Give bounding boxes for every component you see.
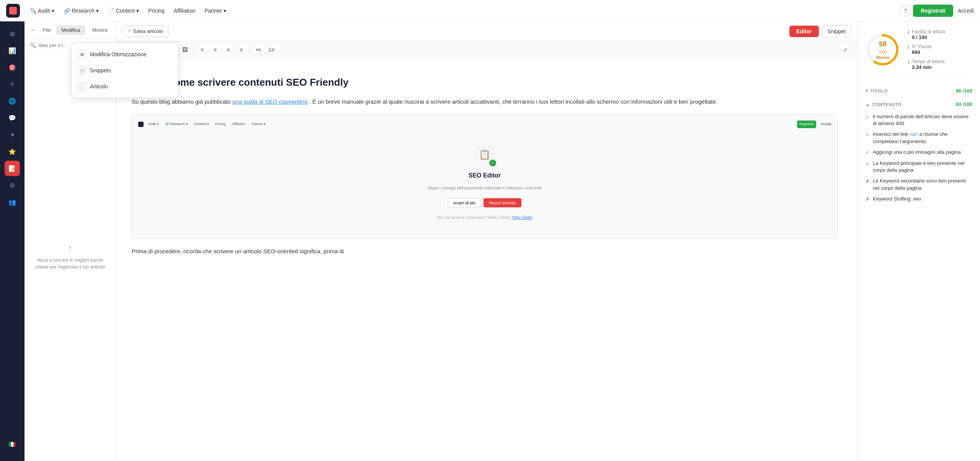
check-fail-icon: ✗ [866,196,870,203]
score-number: 58 /100 [874,40,892,55]
align-right-button[interactable]: ≡ [222,44,234,56]
content-chevron-icon: ▾ [136,8,139,14]
screenshot-embed: Audit ▾ 🔗 Research ▾ Content ▾ Pricing A… [132,114,838,239]
snippet-button[interactable]: Snippet [822,25,851,37]
align-justify-button[interactable]: ≡ [235,44,247,56]
sidebar-icon-flag[interactable]: 🇮🇹 [5,437,20,452]
score-section: 58 /100 Buona ℹ Facilità di lettura 0 / … [866,29,972,78]
editor-area: ↑ Salva articolo Editor Snippet B I S 🔗 … [116,21,858,461]
mini-nav-content: Content ▾ [193,121,211,128]
back-button[interactable]: ← [29,24,38,35]
content-icon: 📄 [108,8,114,14]
seo-help-text: Non sai da dove cominciare? Visita il no… [437,214,532,221]
partner-chevron-icon: ▾ [224,8,226,14]
nav-audit[interactable]: 🔍 Audit ▾ [26,5,58,16]
contenuto-score: 83 /100 [956,101,972,107]
facilita-item: ℹ Facilità di lettura 0 / 100 [908,29,972,40]
titolo-chevron-icon: ▾ [866,88,868,93]
mostra-button[interactable]: Mostra [88,25,111,35]
article-breadcrumb: Il tuo articolo [132,68,838,73]
sidebar-icon-star2[interactable]: ✦ [5,127,20,142]
nav-pricing[interactable]: Pricing [144,5,168,16]
seo-new-article-button[interactable]: Nuovo articolo [483,198,521,207]
upload-icon: ↑ [68,243,73,254]
mini-nav-research: 🔗 Research ▾ [163,121,189,128]
sidebar-icon-chart[interactable]: 📊 [5,43,20,58]
sidebar-icon-globe[interactable]: 🌐 [5,93,20,109]
mini-login: Accedi [821,121,831,127]
dropdown-item-ottimizzazione[interactable]: ⊞ Modifica Ottimizzazione [72,46,178,62]
body-end: . È un breve manuale grazie al quale riu… [309,98,717,105]
help-button[interactable]: ? [899,5,911,17]
sidebar-icon-star[interactable]: ⭐ [5,144,20,159]
save-button[interactable]: ↑ Salva articolo [122,25,169,37]
sidebar-icon-chat[interactable]: 💬 [5,110,20,125]
check-text: Le Keyword secondarie sono ben presenti … [873,178,972,191]
align-center-button[interactable]: ≡ [209,44,221,56]
separator3 [250,46,250,54]
score-num: 58 [879,40,887,47]
nav-content[interactable]: 📄 Content ▾ [104,5,143,16]
seo-help-link[interactable]: Help Center [512,215,532,220]
modifica-button[interactable]: Modifica [56,25,85,35]
left-panel-toolbar: ← File Modifica Mostra [24,21,116,39]
checklist: ✓Il numero di parole dell'articolo deve … [866,111,972,205]
titolo-score: 96 /100 [956,88,972,94]
contenuto-label: CONTENUTO [872,102,902,107]
check-text: Keyword Stuffing: seo [873,195,921,202]
sidebar-icons: ⊞ 📊 🎯 ≡ 🌐 💬 ✦ ⭐ 📝 ⚙ 👥 🇮🇹 [0,21,24,461]
file-button[interactable]: File [41,26,53,34]
sidebar-icon-list[interactable]: ≡ [5,77,20,92]
logo[interactable] [6,4,20,18]
dropdown-item3-label: Articolo [90,83,108,90]
dropdown-item-snippets[interactable]: ◻ Snippets [72,62,178,78]
nav-audit-label: Audit [38,8,50,14]
ul-button[interactable]: •≡ [252,44,265,56]
titolo-label: TITOLO [871,89,888,93]
expand-button[interactable]: ⤢ [839,44,851,56]
check-item: ✗Le Keyword secondarie sono ben presenti… [866,178,972,191]
check-text: Il numero di parole dell'articolo deve e… [873,113,972,127]
align-left-button[interactable]: ≡ [196,44,208,56]
dropdown-menu: ⊞ Modifica Ottimizzazione ◻ Snippets 📄 A… [71,43,178,98]
login-button[interactable]: Accedi [958,8,974,14]
contenuto-section-header[interactable]: ▲ CONTENUTO 83 /100 [866,98,972,111]
sidebar-icon-users[interactable]: 👥 [5,194,20,210]
mini-nav-affiliation: Affiliation [230,121,247,128]
mini-nav-pricing: Pricing [214,121,227,128]
seo-icon: 📋 ✓ [473,143,496,166]
register-button[interactable]: Registrati [913,5,953,17]
sidebar-icon-settings[interactable]: ⚙ [5,178,20,193]
nav-affiliation-label: Affiliation [174,8,196,14]
sidebar-icon-editor[interactable]: 📝 [5,161,20,176]
article-title[interactable]: iented: Come scrivere contenuti SEO Frie… [132,76,838,89]
tempo-item: ℹ Tempo di lettura 2.34 min [908,59,972,70]
sidebar-icon-dashboard[interactable]: ⊞ [5,26,20,41]
nav-partner[interactable]: Partner ▾ [201,5,230,16]
article-paragraph2: Prima di procedere, ricorda che scrivere… [132,246,838,256]
parole-label: N° Parole [912,44,932,49]
seo-editor-promo: 📋 ✓ SEO Editor Segui i consigli dell'ass… [138,132,831,233]
research-chevron-icon: ▾ [96,8,99,14]
mini-register: Registrati [797,121,816,128]
check-item: ✓La Keyword principale è ben presente ne… [866,160,972,174]
check-ok-icon: ✓ [866,131,870,138]
sidebar-icon-target[interactable]: 🎯 [5,60,20,75]
nav-affiliation[interactable]: Affiliation [170,5,199,16]
image-button[interactable]: 🖼 [179,44,191,56]
ol-button[interactable]: 1≡ [265,44,278,56]
top-nav: 🔍 Audit ▾ 🔗 Research ▾ 📄 Content ▾ Prici… [0,0,980,21]
facilita-value: 0 / 100 [912,34,945,40]
article-link[interactable]: una guida al SEO copywriting [232,98,308,105]
nav-research-label: Research [72,8,95,14]
check-item: ✓Inserisci dei link <a> a risorse che co… [866,131,972,145]
check-ok-icon: ✓ [866,114,870,121]
article-content: Il tuo articolo iented: Come scrivere co… [116,59,858,461]
mini-nav: Audit ▾ 🔗 Research ▾ Content ▾ Pricing A… [138,121,831,128]
dropdown-item1-label: Modifica Ottimizzazione [90,51,147,57]
seo-learn-more-button[interactable]: scopri di più [448,198,480,207]
nav-research[interactable]: 🔗 Research ▾ [60,5,103,16]
editor-button[interactable]: Editor [789,26,818,37]
titolo-section-header[interactable]: ▾ TITOLO 96 /100 [866,84,972,98]
dropdown-item-articolo[interactable]: 📄 Articolo [72,78,178,94]
